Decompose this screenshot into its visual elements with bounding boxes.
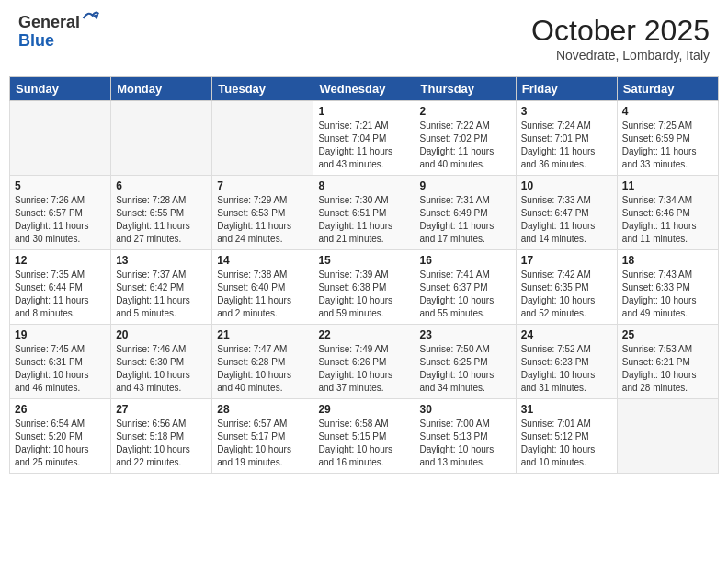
title-block: October 2025 Novedrate, Lombardy, Italy xyxy=(531,14,710,63)
col-header-friday: Friday xyxy=(516,77,617,101)
day-number: 4 xyxy=(622,105,713,118)
day-number: 2 xyxy=(420,105,511,118)
day-number: 30 xyxy=(420,403,511,416)
day-number: 5 xyxy=(15,179,106,192)
day-number: 21 xyxy=(217,328,308,341)
day-info: Sunrise: 7:39 AMSunset: 6:38 PMDaylight:… xyxy=(318,269,409,320)
week-row-2: 5Sunrise: 7:26 AMSunset: 6:57 PMDaylight… xyxy=(10,176,719,250)
day-info: Sunrise: 7:49 AMSunset: 6:26 PMDaylight:… xyxy=(318,343,409,395)
day-info: Sunrise: 7:01 AMSunset: 5:12 PMDaylight:… xyxy=(521,418,612,469)
day-number: 9 xyxy=(420,179,511,192)
day-number: 22 xyxy=(318,328,409,341)
calendar-cell: 26Sunrise: 6:54 AMSunset: 5:20 PMDayligh… xyxy=(10,399,111,474)
calendar-cell: 6Sunrise: 7:28 AMSunset: 6:55 PMDaylight… xyxy=(111,176,212,250)
day-info: Sunrise: 7:28 AMSunset: 6:55 PMDaylight:… xyxy=(116,194,207,246)
day-info: Sunrise: 7:46 AMSunset: 6:30 PMDaylight:… xyxy=(116,343,207,395)
header: General Blue October 2025 Novedrate, Lom… xyxy=(9,9,719,67)
day-info: Sunrise: 7:45 AMSunset: 6:31 PMDaylight:… xyxy=(15,343,106,395)
week-row-1: 1Sunrise: 7:21 AMSunset: 7:04 PMDaylight… xyxy=(10,101,719,176)
calendar-cell: 22Sunrise: 7:49 AMSunset: 6:26 PMDayligh… xyxy=(313,325,415,399)
day-number: 24 xyxy=(521,328,612,341)
calendar-cell: 25Sunrise: 7:53 AMSunset: 6:21 PMDayligh… xyxy=(617,325,718,399)
day-info: Sunrise: 7:53 AMSunset: 6:21 PMDaylight:… xyxy=(622,343,713,395)
col-header-monday: Monday xyxy=(111,77,212,101)
calendar-cell xyxy=(212,101,313,176)
calendar-cell: 29Sunrise: 6:58 AMSunset: 5:15 PMDayligh… xyxy=(313,399,415,474)
calendar-cell: 4Sunrise: 7:25 AMSunset: 6:59 PMDaylight… xyxy=(617,101,718,176)
calendar-cell: 12Sunrise: 7:35 AMSunset: 6:44 PMDayligh… xyxy=(10,250,111,325)
day-info: Sunrise: 7:34 AMSunset: 6:46 PMDaylight:… xyxy=(622,194,713,246)
logo-blue: Blue xyxy=(18,32,100,51)
day-number: 7 xyxy=(217,179,308,192)
logo-general: General xyxy=(18,14,80,32)
col-header-thursday: Thursday xyxy=(415,77,516,101)
calendar-cell: 30Sunrise: 7:00 AMSunset: 5:13 PMDayligh… xyxy=(415,399,516,474)
calendar-cell: 23Sunrise: 7:50 AMSunset: 6:25 PMDayligh… xyxy=(415,325,516,399)
day-number: 25 xyxy=(622,328,713,341)
calendar-cell: 18Sunrise: 7:43 AMSunset: 6:33 PMDayligh… xyxy=(617,250,718,325)
calendar-cell: 31Sunrise: 7:01 AMSunset: 5:12 PMDayligh… xyxy=(516,399,617,474)
calendar-cell: 7Sunrise: 7:29 AMSunset: 6:53 PMDaylight… xyxy=(212,176,313,250)
calendar-cell: 15Sunrise: 7:39 AMSunset: 6:38 PMDayligh… xyxy=(313,250,415,325)
day-info: Sunrise: 7:52 AMSunset: 6:23 PMDaylight:… xyxy=(521,343,612,395)
calendar-cell: 28Sunrise: 6:57 AMSunset: 5:17 PMDayligh… xyxy=(212,399,313,474)
day-info: Sunrise: 7:33 AMSunset: 6:47 PMDaylight:… xyxy=(521,194,612,246)
day-info: Sunrise: 7:38 AMSunset: 6:40 PMDaylight:… xyxy=(217,269,308,320)
day-number: 29 xyxy=(318,403,409,416)
month-title: October 2025 xyxy=(531,14,710,48)
day-number: 16 xyxy=(420,254,511,267)
calendar-cell xyxy=(617,399,718,474)
calendar-cell: 13Sunrise: 7:37 AMSunset: 6:42 PMDayligh… xyxy=(111,250,212,325)
calendar-cell: 5Sunrise: 7:26 AMSunset: 6:57 PMDaylight… xyxy=(10,176,111,250)
day-number: 15 xyxy=(318,254,409,267)
day-info: Sunrise: 7:35 AMSunset: 6:44 PMDaylight:… xyxy=(15,269,106,320)
day-info: Sunrise: 7:00 AMSunset: 5:13 PMDaylight:… xyxy=(420,418,511,469)
day-number: 11 xyxy=(622,179,713,192)
day-number: 31 xyxy=(521,403,612,416)
calendar-cell: 2Sunrise: 7:22 AMSunset: 7:02 PMDaylight… xyxy=(415,101,516,176)
calendar-cell: 17Sunrise: 7:42 AMSunset: 6:35 PMDayligh… xyxy=(516,250,617,325)
logo: General Blue xyxy=(18,14,100,51)
day-info: Sunrise: 7:37 AMSunset: 6:42 PMDaylight:… xyxy=(116,269,207,320)
col-header-tuesday: Tuesday xyxy=(212,77,313,101)
day-number: 23 xyxy=(420,328,511,341)
day-info: Sunrise: 7:31 AMSunset: 6:49 PMDaylight:… xyxy=(420,194,511,246)
calendar-cell: 8Sunrise: 7:30 AMSunset: 6:51 PMDaylight… xyxy=(313,176,415,250)
day-info: Sunrise: 7:50 AMSunset: 6:25 PMDaylight:… xyxy=(420,343,511,395)
week-row-3: 12Sunrise: 7:35 AMSunset: 6:44 PMDayligh… xyxy=(10,250,719,325)
calendar-cell: 27Sunrise: 6:56 AMSunset: 5:18 PMDayligh… xyxy=(111,399,212,474)
day-info: Sunrise: 6:58 AMSunset: 5:15 PMDaylight:… xyxy=(318,418,409,469)
calendar-cell: 21Sunrise: 7:47 AMSunset: 6:28 PMDayligh… xyxy=(212,325,313,399)
day-number: 28 xyxy=(217,403,308,416)
day-number: 8 xyxy=(318,179,409,192)
day-number: 17 xyxy=(521,254,612,267)
day-number: 10 xyxy=(521,179,612,192)
week-row-4: 19Sunrise: 7:45 AMSunset: 6:31 PMDayligh… xyxy=(10,325,719,399)
day-info: Sunrise: 7:26 AMSunset: 6:57 PMDaylight:… xyxy=(15,194,106,246)
calendar-cell: 10Sunrise: 7:33 AMSunset: 6:47 PMDayligh… xyxy=(516,176,617,250)
calendar-cell: 9Sunrise: 7:31 AMSunset: 6:49 PMDaylight… xyxy=(415,176,516,250)
day-number: 3 xyxy=(521,105,612,118)
calendar-cell: 1Sunrise: 7:21 AMSunset: 7:04 PMDaylight… xyxy=(313,101,415,176)
day-info: Sunrise: 7:30 AMSunset: 6:51 PMDaylight:… xyxy=(318,194,409,246)
day-number: 20 xyxy=(116,328,207,341)
week-row-5: 26Sunrise: 6:54 AMSunset: 5:20 PMDayligh… xyxy=(10,399,719,474)
day-info: Sunrise: 7:25 AMSunset: 6:59 PMDaylight:… xyxy=(622,120,713,171)
calendar-cell: 11Sunrise: 7:34 AMSunset: 6:46 PMDayligh… xyxy=(617,176,718,250)
calendar-cell: 16Sunrise: 7:41 AMSunset: 6:37 PMDayligh… xyxy=(415,250,516,325)
day-number: 26 xyxy=(15,403,106,416)
day-number: 13 xyxy=(116,254,207,267)
day-number: 6 xyxy=(116,179,207,192)
calendar-cell: 14Sunrise: 7:38 AMSunset: 6:40 PMDayligh… xyxy=(212,250,313,325)
col-header-saturday: Saturday xyxy=(617,77,718,101)
day-info: Sunrise: 7:43 AMSunset: 6:33 PMDaylight:… xyxy=(622,269,713,320)
day-number: 1 xyxy=(318,105,409,118)
calendar: SundayMondayTuesdayWednesdayThursdayFrid… xyxy=(9,76,719,474)
calendar-cell xyxy=(111,101,212,176)
day-number: 14 xyxy=(217,254,308,267)
calendar-cell: 19Sunrise: 7:45 AMSunset: 6:31 PMDayligh… xyxy=(10,325,111,399)
calendar-header-row: SundayMondayTuesdayWednesdayThursdayFrid… xyxy=(10,77,719,101)
day-info: Sunrise: 6:56 AMSunset: 5:18 PMDaylight:… xyxy=(116,418,207,469)
logo-icon xyxy=(82,9,100,28)
day-info: Sunrise: 6:54 AMSunset: 5:20 PMDaylight:… xyxy=(15,418,106,469)
